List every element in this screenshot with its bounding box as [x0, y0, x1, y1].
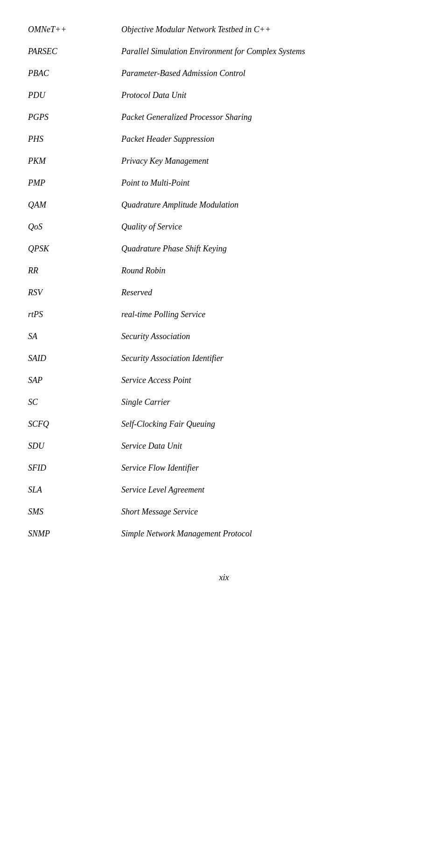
definition-cell: Security Association — [121, 326, 420, 347]
acronym-cell: SLA — [28, 479, 121, 501]
acronym-cell: PMP — [28, 172, 121, 194]
definition-cell: Quadrature Amplitude Modulation — [121, 194, 420, 216]
table-row: RSVReserved — [28, 282, 420, 304]
acronym-cell: PDU — [28, 84, 121, 106]
acronym-cell: PARSEC — [28, 41, 121, 62]
table-row: QPSKQuadrature Phase Shift Keying — [28, 238, 420, 260]
acronym-cell: PGPS — [28, 106, 121, 128]
table-row: SLAService Level Agreement — [28, 479, 420, 501]
acronym-cell: PKM — [28, 150, 121, 172]
definition-cell: Service Access Point — [121, 369, 420, 391]
acronym-cell: PBAC — [28, 62, 121, 84]
table-row: QoSQuality of Service — [28, 216, 420, 238]
table-row: PDUProtocol Data Unit — [28, 84, 420, 106]
definition-cell: Round Robin — [121, 260, 420, 282]
page-number: xix — [219, 573, 229, 582]
acronym-cell: SNMP — [28, 523, 121, 545]
table-row: SFIDService Flow Identifier — [28, 457, 420, 479]
acronym-cell: SC — [28, 391, 121, 413]
definition-cell: Protocol Data Unit — [121, 84, 420, 106]
table-row: PGPSPacket Generalized Processor Sharing — [28, 106, 420, 128]
acronym-cell: QoS — [28, 216, 121, 238]
table-row: PKMPrivacy Key Management — [28, 150, 420, 172]
definition-cell: Service Data Unit — [121, 435, 420, 457]
definition-cell: Service Level Agreement — [121, 479, 420, 501]
table-row: PHSPacket Header Suppression — [28, 128, 420, 150]
acronym-cell: RSV — [28, 282, 121, 304]
acronym-cell: QAM — [28, 194, 121, 216]
definition-cell: Point to Multi-Point — [121, 172, 420, 194]
definition-cell: Single Carrier — [121, 391, 420, 413]
acronym-cell: SDU — [28, 435, 121, 457]
table-row: PMPPoint to Multi-Point — [28, 172, 420, 194]
definition-cell: Self-Clocking Fair Queuing — [121, 413, 420, 435]
definition-cell: Packet Generalized Processor Sharing — [121, 106, 420, 128]
acronym-cell: SFID — [28, 457, 121, 479]
definition-cell: Privacy Key Management — [121, 150, 420, 172]
table-row: SCSingle Carrier — [28, 391, 420, 413]
acronym-cell: rtPS — [28, 304, 121, 326]
table-row: rtPSreal-time Polling Service — [28, 304, 420, 326]
acronym-cell: RR — [28, 260, 121, 282]
acronym-cell: QPSK — [28, 238, 121, 260]
table-row: SCFQSelf-Clocking Fair Queuing — [28, 413, 420, 435]
acronym-cell: OMNeT++ — [28, 19, 121, 41]
definition-cell: Quadrature Phase Shift Keying — [121, 238, 420, 260]
definition-cell: Parallel Simulation Environment for Comp… — [121, 41, 420, 62]
table-row: SAPService Access Point — [28, 369, 420, 391]
table-row: OMNeT++Objective Modular Network Testbed… — [28, 19, 420, 41]
definition-cell: Reserved — [121, 282, 420, 304]
acronym-cell: SMS — [28, 501, 121, 523]
acronym-table: OMNeT++Objective Modular Network Testbed… — [28, 19, 420, 545]
table-row: SMSShort Message Service — [28, 501, 420, 523]
table-row: SNMPSimple Network Management Protocol — [28, 523, 420, 545]
page-footer: xix — [28, 573, 420, 583]
table-row: RRRound Robin — [28, 260, 420, 282]
table-row: SAIDSecurity Association Identifier — [28, 347, 420, 369]
table-row: QAMQuadrature Amplitude Modulation — [28, 194, 420, 216]
definition-cell: Quality of Service — [121, 216, 420, 238]
definition-cell: Short Message Service — [121, 501, 420, 523]
definition-cell: Simple Network Management Protocol — [121, 523, 420, 545]
table-row: PBACParameter-Based Admission Control — [28, 62, 420, 84]
definition-cell: Service Flow Identifier — [121, 457, 420, 479]
acronym-cell: PHS — [28, 128, 121, 150]
table-row: SDUService Data Unit — [28, 435, 420, 457]
table-row: SASecurity Association — [28, 326, 420, 347]
acronym-cell: SCFQ — [28, 413, 121, 435]
acronym-cell: SA — [28, 326, 121, 347]
definition-cell: Packet Header Suppression — [121, 128, 420, 150]
acronym-cell: SAID — [28, 347, 121, 369]
acronym-cell: SAP — [28, 369, 121, 391]
definition-cell: Objective Modular Network Testbed in C++ — [121, 19, 420, 41]
definition-cell: real-time Polling Service — [121, 304, 420, 326]
definition-cell: Security Association Identifier — [121, 347, 420, 369]
definition-cell: Parameter-Based Admission Control — [121, 62, 420, 84]
table-row: PARSECParallel Simulation Environment fo… — [28, 41, 420, 62]
